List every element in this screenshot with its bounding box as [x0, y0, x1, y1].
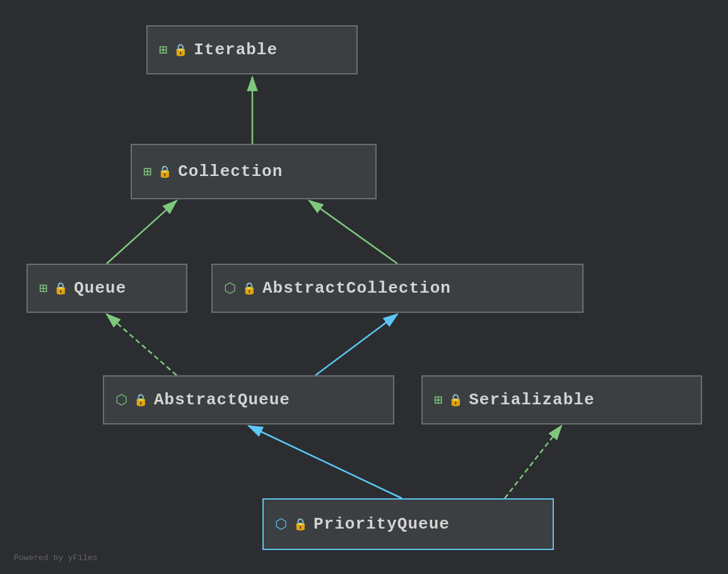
lock-icon: 🔒 — [293, 517, 307, 531]
lock-icon: 🔒 — [449, 393, 462, 407]
interface-icon: ⊞ — [143, 163, 151, 180]
iterable-node[interactable]: ⊞ 🔒 Iterable — [146, 25, 358, 74]
powered-by-label: Powered by yFiles — [14, 553, 98, 563]
abstract-icon: ⬡ — [115, 392, 127, 409]
concrete-icon: ⬡ — [275, 516, 287, 533]
serializable-node[interactable]: ⊞ 🔒 Serializable — [421, 375, 702, 425]
abstract-icon: ⬡ — [224, 280, 236, 297]
lock-icon: 🔒 — [173, 43, 187, 57]
svg-line-4 — [309, 201, 397, 264]
interface-icon: ⊞ — [434, 392, 442, 409]
interface-icon: ⊞ — [159, 42, 167, 59]
svg-line-5 — [107, 314, 177, 375]
queue-node[interactable]: ⊞ 🔒 Queue — [26, 264, 187, 313]
collection-node[interactable]: ⊞ 🔒 Collection — [131, 144, 377, 199]
svg-line-8 — [505, 426, 561, 498]
interface-icon: ⊞ — [39, 280, 47, 297]
svg-line-6 — [315, 314, 397, 375]
serializable-label: Serializable — [469, 390, 594, 409]
priorityqueue-node[interactable]: ⬡ 🔒 PriorityQueue — [262, 498, 554, 550]
collection-label: Collection — [178, 162, 283, 181]
lock-icon: 🔒 — [54, 281, 68, 295]
abstractqueue-label: AbstractQueue — [154, 390, 290, 409]
iterable-label: Iterable — [194, 40, 278, 59]
abstractcollection-node[interactable]: ⬡ 🔒 AbstractCollection — [211, 264, 584, 313]
svg-line-7 — [249, 426, 402, 498]
diagram-container: ⊞ 🔒 Iterable ⊞ 🔒 Collection ⊞ 🔒 Queue ⬡ … — [0, 0, 728, 574]
lock-icon: 🔒 — [158, 165, 172, 179]
queue-label: Queue — [74, 279, 126, 298]
svg-line-3 — [107, 201, 177, 264]
lock-icon: 🔒 — [242, 281, 256, 295]
abstractqueue-node[interactable]: ⬡ 🔒 AbstractQueue — [103, 375, 394, 425]
priorityqueue-label: PriorityQueue — [314, 515, 450, 534]
lock-icon: 🔒 — [134, 393, 148, 407]
abstractcollection-label: AbstractCollection — [262, 279, 451, 298]
